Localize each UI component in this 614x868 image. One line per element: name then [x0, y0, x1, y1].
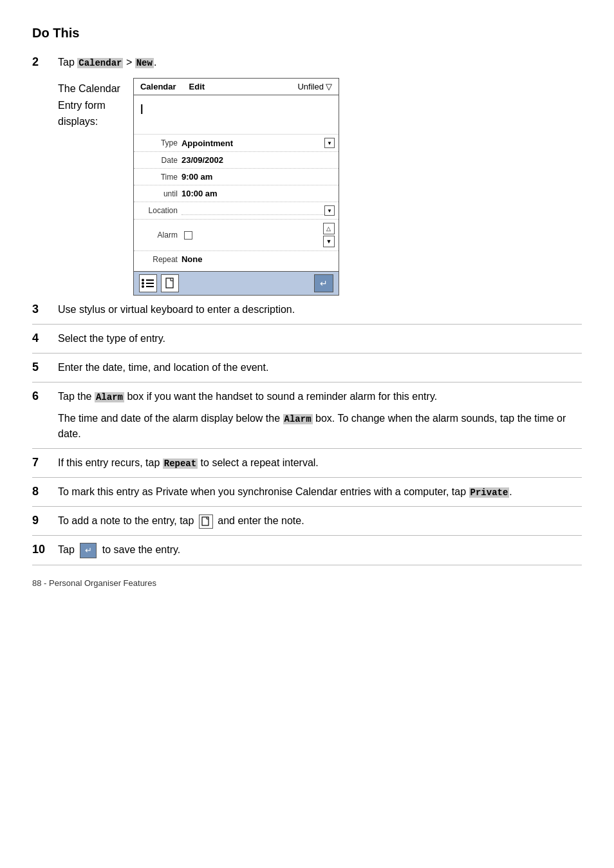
- step-3-row: 3 Use stylus or virtual keyboard to ente…: [32, 296, 582, 325]
- step-6-note: The time and date of the alarm display b…: [32, 411, 582, 442]
- scroll-down-btn[interactable]: [323, 236, 335, 247]
- step-5-content: Enter the date, time, and location of th…: [58, 360, 582, 375]
- cal-time-row: Time 9:00 am: [134, 169, 339, 185]
- step-4-content: Select the type of entry.: [58, 331, 582, 346]
- step-10-text: Tap ↵ to save the entry.: [58, 542, 582, 558]
- toolbar-note-icon[interactable]: [161, 274, 179, 292]
- step-2-row: 2 Tap Calendar > New. The CalendarEntry …: [32, 48, 582, 296]
- cal-type-row: Type Appointment: [134, 135, 339, 152]
- step-6-number: 6: [32, 389, 58, 403]
- step-6-text: Tap the Alarm box if you want the handse…: [58, 389, 437, 404]
- toolbar-save-button[interactable]: ↵: [314, 274, 333, 292]
- step-5-text: Enter the date, time, and location of th…: [58, 360, 582, 375]
- scroll-up-btn[interactable]: [323, 223, 335, 234]
- until-value[interactable]: 10:00 am: [181, 189, 335, 198]
- svg-rect-0: [166, 278, 173, 288]
- steps-container: 2 Tap Calendar > New. The CalendarEntry …: [32, 48, 582, 565]
- repeat-value[interactable]: None: [181, 254, 335, 264]
- step-5-row: 5 Enter the date, time, and location of …: [32, 354, 582, 382]
- location-dropdown-icon[interactable]: [324, 205, 335, 216]
- step-7-number: 7: [32, 455, 58, 469]
- step-9-row: 9 To add a note to the entry, tap and en…: [32, 507, 582, 536]
- toolbar-list-icon[interactable]: [139, 274, 157, 292]
- calendar-form: Calendar Edit Unfiled |: [133, 78, 339, 296]
- scroll-down-icon: [326, 238, 331, 245]
- date-label: Date: [138, 156, 181, 165]
- location-label: Location: [138, 206, 181, 215]
- step-8-number: 8: [32, 484, 58, 498]
- step-7-row: 7 If this entry recurs, tap Repeat to se…: [32, 449, 582, 478]
- step-10-content: Tap ↵ to save the entry.: [58, 542, 582, 558]
- cal-header-left: Calendar Edit: [140, 82, 205, 91]
- step-10-number: 10: [32, 542, 58, 556]
- cal-toolbar: ↵: [134, 271, 339, 295]
- repeat-highlight: Repeat: [163, 458, 198, 469]
- save-icon[interactable]: ↵: [80, 543, 97, 558]
- repeat-label: Repeat: [138, 255, 181, 264]
- time-value[interactable]: 9:00 am: [181, 172, 335, 182]
- type-dropdown-icon[interactable]: [324, 138, 335, 148]
- step-9-text: To add a note to the entry, tap and ente…: [58, 513, 582, 529]
- type-value[interactable]: Appointment: [181, 138, 324, 148]
- step-9-number: 9: [32, 513, 58, 527]
- step-3-number: 3: [32, 302, 58, 316]
- cal-location-row: Location: [134, 202, 339, 220]
- step-10-row: 10 Tap ↵ to save the entry.: [32, 536, 582, 565]
- step-8-row: 8 To mark this entry as Private when you…: [32, 478, 582, 507]
- cal-cursor: |: [134, 99, 339, 135]
- alarm-label: Alarm: [138, 231, 181, 240]
- step-2-number: 2: [32, 55, 58, 69]
- date-value[interactable]: 23/09/2002: [181, 155, 335, 165]
- alarm-highlight-2: Alarm: [283, 414, 313, 424]
- cal-repeat-row: Repeat None: [134, 251, 339, 267]
- cal-menu-calendar[interactable]: Calendar: [140, 82, 176, 91]
- do-this-heading: Do This: [32, 26, 582, 41]
- alarm-checkbox[interactable]: [184, 231, 192, 240]
- cal-unfiled[interactable]: Unfiled: [297, 82, 331, 91]
- toolbar-left: [139, 274, 179, 292]
- location-value[interactable]: [181, 206, 324, 215]
- scrollbar: [323, 223, 335, 247]
- scroll-up-icon: [326, 225, 331, 232]
- step-3-text: Use stylus or virtual keyboard to enter …: [58, 302, 582, 317]
- step-6-row: 6 Tap the Alarm box if you want the hand…: [32, 382, 582, 449]
- step-7-text: If this entry recurs, tap Repeat to sele…: [58, 455, 582, 471]
- type-label: Type: [138, 138, 181, 147]
- step-2-description: The CalendarEntry formdisplays:: [58, 78, 120, 130]
- new-highlight: New: [135, 58, 154, 68]
- cal-alarm-row: Alarm: [134, 220, 339, 251]
- until-label: until: [138, 189, 181, 198]
- step-9-content: To add a note to the entry, tap and ente…: [58, 513, 582, 529]
- step-6-content: Tap the Alarm box if you want the handse…: [58, 389, 437, 404]
- step-4-text: Select the type of entry.: [58, 331, 582, 346]
- calendar-highlight: Calendar: [77, 58, 123, 68]
- step-4-row: 4 Select the type of entry.: [32, 325, 582, 354]
- unfiled-dropdown-icon: [326, 82, 332, 91]
- private-highlight: Private: [469, 487, 510, 498]
- step-4-number: 4: [32, 331, 58, 345]
- cal-body: | Type Appointment Dat: [134, 95, 339, 271]
- note-icon[interactable]: [199, 514, 213, 529]
- step-5-number: 5: [32, 360, 58, 374]
- step-2-text: Tap Calendar > New.: [58, 55, 582, 70]
- cal-date-row: Date 23/09/2002: [134, 152, 339, 169]
- alarm-highlight: Alarm: [95, 392, 124, 402]
- cal-menu-edit[interactable]: Edit: [189, 82, 205, 91]
- step-8-text: To mark this entry as Private when you s…: [58, 484, 582, 500]
- step-6-note-text: The time and date of the alarm display b…: [58, 411, 582, 442]
- time-label: Time: [138, 173, 181, 182]
- step-7-content: If this entry recurs, tap Repeat to sele…: [58, 455, 582, 471]
- step-2-content: Tap Calendar > New. The CalendarEntry fo…: [58, 55, 582, 296]
- page-wrapper: Do This 2 Tap Calendar > New. The Calend…: [32, 26, 582, 588]
- step-8-content: To mark this entry as Private when you s…: [58, 484, 582, 500]
- footer: 88 - Personal Organiser Features: [32, 578, 582, 588]
- cal-until-row: until 10:00 am: [134, 185, 339, 202]
- cal-header: Calendar Edit Unfiled: [134, 79, 339, 95]
- step-3-content: Use stylus or virtual keyboard to enter …: [58, 302, 582, 317]
